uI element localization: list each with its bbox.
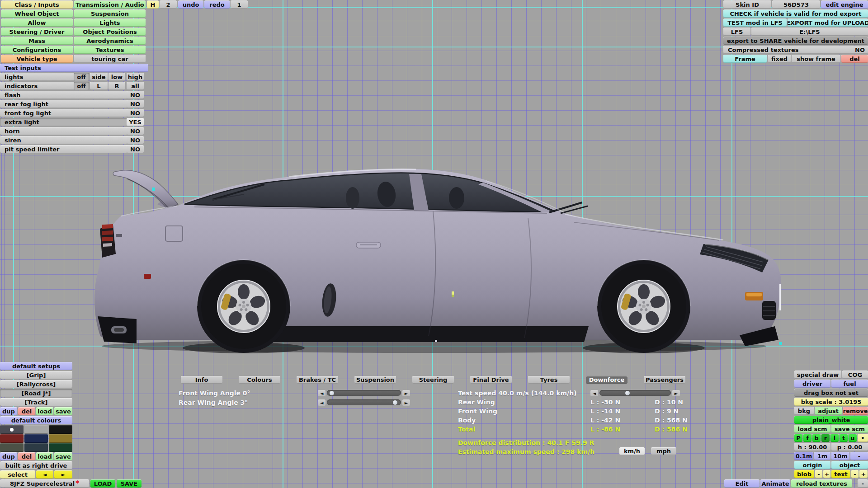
history-count[interactable]: 1 xyxy=(231,0,248,9)
colour-swatch-1-selected[interactable] xyxy=(0,425,24,434)
show-frame-button[interactable]: show frame xyxy=(792,55,840,63)
bkg-scale-value[interactable]: bkg scale : 3.0195 xyxy=(794,398,868,406)
lfs-button[interactable]: LFS xyxy=(723,28,750,36)
setup-dup-button[interactable]: dup xyxy=(0,407,17,415)
colour-swatch-7[interactable] xyxy=(0,443,24,452)
menu-allow[interactable]: Allow xyxy=(1,19,73,27)
menu-steering-driver[interactable]: Steering / Driver xyxy=(1,28,73,36)
indicators-right-button[interactable]: R xyxy=(108,82,125,90)
text-plus-button[interactable]: + xyxy=(859,470,868,478)
layer-l-button[interactable]: l xyxy=(830,434,839,442)
tab-final-drive[interactable]: Final Drive xyxy=(470,376,512,384)
compressed-textures-toggle[interactable]: NO xyxy=(852,46,868,54)
test-speed-slider[interactable] xyxy=(599,390,671,396)
text-minus-button[interactable]: - xyxy=(851,470,859,478)
tab-brakes-tc[interactable]: Brakes / TC xyxy=(297,376,338,384)
vehicle-type-label[interactable]: Vehicle type xyxy=(1,55,73,63)
select-button[interactable]: select xyxy=(0,470,35,479)
layer-u-button[interactable]: u xyxy=(849,434,857,442)
siren-toggle[interactable]: NO xyxy=(127,136,144,144)
current-texture[interactable]: plain_white xyxy=(794,416,868,424)
colour-swatch-6[interactable] xyxy=(49,434,72,443)
edit-engine-button[interactable]: edit engine xyxy=(821,0,868,9)
setup-road-j[interactable]: [Road J*] xyxy=(0,389,72,397)
test-speed-inc-arrow[interactable]: ► xyxy=(672,390,680,396)
object-button[interactable]: object xyxy=(831,461,868,469)
lights-side-button[interactable]: side xyxy=(90,73,108,81)
layer-r-button[interactable]: r xyxy=(821,434,830,442)
check-vehicle-button[interactable]: CHECK if vehicle is valid for mod export xyxy=(723,9,868,18)
rear-wing-slider[interactable] xyxy=(327,399,401,405)
menu-aerodynamics[interactable]: Aerodynamics xyxy=(74,37,146,45)
rear-wing-inc-arrow[interactable]: ► xyxy=(402,399,410,406)
rear-wing-dec-arrow[interactable]: ◄ xyxy=(318,399,326,406)
colour-swatch-2[interactable] xyxy=(24,425,48,434)
handle-marker-door[interactable] xyxy=(452,291,454,295)
step-minus-button[interactable]: - xyxy=(850,452,868,460)
reload-textures-button[interactable]: reload textures xyxy=(791,479,852,488)
reload-minus-button[interactable]: - xyxy=(858,479,868,488)
front-wing-inc-arrow[interactable]: ► xyxy=(402,390,410,396)
kmh-button[interactable]: km/h xyxy=(619,447,645,455)
layer-t-button[interactable]: t xyxy=(840,434,848,442)
test-speed-knob[interactable] xyxy=(625,391,630,395)
setup-grip[interactable]: [Grip] xyxy=(0,371,72,379)
export-mod-button[interactable]: EXPORT mod for UPLOAD xyxy=(788,19,868,27)
animate-mode-button[interactable]: Animate xyxy=(760,479,790,488)
load-button[interactable]: LOAD xyxy=(90,479,115,488)
select-prev-button[interactable]: ◄ xyxy=(36,470,53,479)
setup-rallycross[interactable]: [Rallycross] xyxy=(0,380,72,388)
menu-suspension[interactable]: Suspension xyxy=(74,9,146,18)
export-share-button[interactable]: export to SHARE vehicle for development xyxy=(723,37,868,45)
lights-high-button[interactable]: high xyxy=(127,73,144,81)
rear-wing-knob[interactable] xyxy=(393,400,397,405)
colour-swatch-8[interactable] xyxy=(24,443,48,452)
pit-limiter-toggle[interactable]: NO xyxy=(127,145,144,153)
menu-lights[interactable]: Lights xyxy=(74,19,146,27)
layer-dot-button[interactable]: • xyxy=(858,434,868,442)
cog-button[interactable]: COG xyxy=(842,371,868,379)
front-fog-toggle[interactable]: NO xyxy=(127,109,144,117)
handle-marker-spoiler[interactable] xyxy=(152,188,155,191)
colour-del-button[interactable]: del xyxy=(18,452,35,460)
mph-button[interactable]: mph xyxy=(651,447,676,455)
pitch-value[interactable]: p : 0.00 xyxy=(831,443,868,451)
drag-box-status[interactable]: drag box not set xyxy=(794,389,868,397)
front-wing-slider[interactable] xyxy=(327,390,401,396)
fuel-button[interactable]: fuel xyxy=(831,380,868,388)
colour-swatch-4[interactable] xyxy=(0,434,24,443)
test-speed-dec-arrow[interactable]: ◄ xyxy=(590,390,598,396)
lights-low-button[interactable]: low xyxy=(108,73,125,81)
indicators-off-button[interactable]: off xyxy=(74,82,89,90)
setup-load-button[interactable]: load xyxy=(36,407,53,415)
extra-light-toggle[interactable]: YES xyxy=(127,118,144,126)
front-wing-dec-arrow[interactable]: ◄ xyxy=(318,390,326,396)
vehicle-type-value[interactable]: touring car xyxy=(74,55,146,63)
menu-object-positions[interactable]: Object Positions xyxy=(74,28,146,36)
step-1m-button[interactable]: 1m xyxy=(814,452,830,460)
save-scm-button[interactable]: save scm xyxy=(831,425,868,433)
setup-save-button[interactable]: save xyxy=(54,407,72,415)
blob-plus-button[interactable]: + xyxy=(823,470,830,478)
lights-off-button[interactable]: off xyxy=(74,73,89,81)
menu-class-inputs[interactable]: Class / Inputs xyxy=(1,0,73,9)
front-wing-knob[interactable] xyxy=(330,391,334,395)
layer-p-button[interactable]: P xyxy=(794,434,802,442)
colour-load-button[interactable]: load xyxy=(36,452,53,460)
tab-downforce[interactable]: Downforce xyxy=(586,376,627,384)
bkg-button[interactable]: bkg xyxy=(794,407,814,415)
rear-fog-toggle[interactable]: NO xyxy=(127,100,144,108)
heading-value[interactable]: h : 90.00 xyxy=(794,443,830,451)
blob-minus-button[interactable]: - xyxy=(815,470,822,478)
vehicle-name-bar[interactable]: 8JFZ Supercelestral* xyxy=(0,479,89,488)
menu-wheel-object[interactable]: Wheel Object xyxy=(1,9,73,18)
colour-swatch-5[interactable] xyxy=(24,434,48,443)
layer-b-button[interactable]: b xyxy=(812,434,821,442)
menu-textures[interactable]: Textures xyxy=(74,46,146,54)
tab-passengers[interactable]: Passengers xyxy=(644,376,685,384)
redo-button[interactable]: redo xyxy=(204,0,230,9)
special-draw-button[interactable]: special draw xyxy=(794,371,841,379)
handle-marker-underbody[interactable] xyxy=(435,340,437,342)
save-button[interactable]: SAVE xyxy=(117,479,142,488)
step-10m-button[interactable]: 10m xyxy=(831,452,849,460)
